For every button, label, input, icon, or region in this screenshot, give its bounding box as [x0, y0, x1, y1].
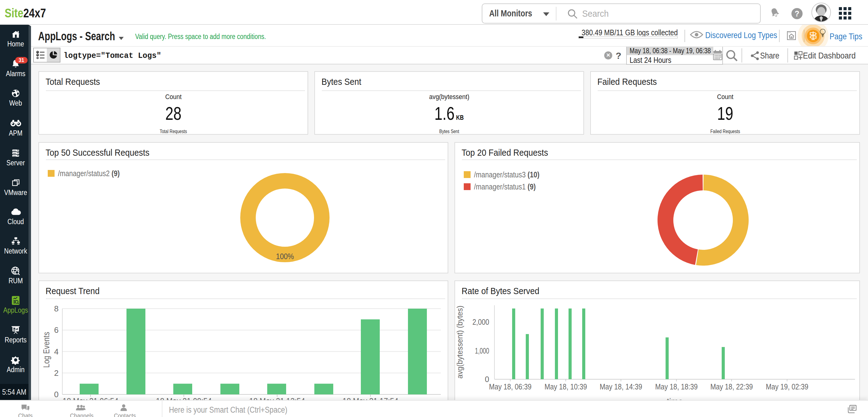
svg-text:May 19, 02:39: May 19, 02:39 — [766, 382, 808, 391]
svg-text:0: 0 — [485, 375, 489, 384]
svg-text:Log Events: Log Events — [42, 332, 51, 368]
svg-text:avg(bytessent) (bytes): avg(bytessent) (bytes) — [455, 306, 464, 379]
svg-text:8: 8 — [54, 304, 59, 313]
svg-text:May 18, 18:39: May 18, 18:39 — [655, 382, 698, 391]
svg-text:May 18, 06:39: May 18, 06:39 — [489, 382, 532, 391]
svg-text:2: 2 — [54, 369, 59, 378]
svg-text:May 18, 22:39: May 18, 22:39 — [711, 382, 753, 391]
svg-text:May 18, 14:39: May 18, 14:39 — [600, 382, 642, 391]
svg-text:2,000: 2,000 — [472, 318, 489, 326]
svg-text:6: 6 — [54, 325, 59, 335]
svg-text:1,000: 1,000 — [475, 346, 489, 355]
svg-text:May 18, 10:39: May 18, 10:39 — [545, 382, 587, 391]
svg-text:4: 4 — [54, 347, 59, 356]
svg-text:0: 0 — [54, 390, 59, 399]
